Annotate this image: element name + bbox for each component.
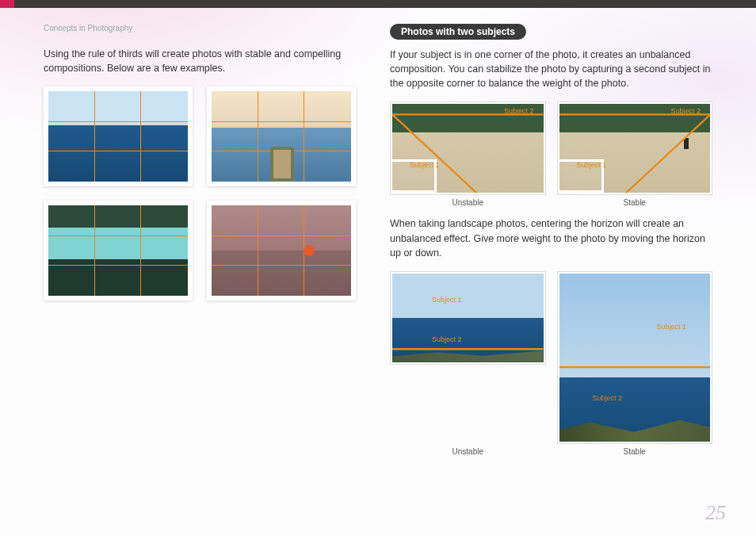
paragraph-1: If your subject is in one corner of the …: [390, 48, 712, 90]
subject-2-label: Subject 2: [432, 335, 462, 343]
horizon-overlay: [559, 274, 711, 425]
svg-line-3: [559, 115, 711, 193]
horizon-overlay: [392, 274, 544, 362]
photo-unstable-1: Subject 2 Subject 1: [390, 101, 546, 195]
diagonal-overlay: [559, 104, 711, 193]
subject-2-label: Subject 2: [593, 394, 623, 402]
subject-2-label: Subject 2: [670, 107, 701, 115]
example-photo-4: [207, 201, 356, 301]
thirds-grid-overlay: [48, 91, 188, 182]
caption-unstable: Unstable: [390, 447, 546, 456]
right-column: Photos with two subjects If your subject…: [390, 24, 712, 461]
top-bar: [0, 0, 756, 8]
subject-1-label: Subject 1: [410, 161, 440, 169]
subject-1-label: Subject 1: [656, 323, 686, 331]
caption-stable: Stable: [557, 198, 713, 207]
photo-unstable-2: Subject 1 Subject 2: [390, 271, 546, 365]
page-number: 25: [705, 501, 726, 525]
diagonal-overlay: [392, 104, 544, 193]
page-content: Concepts in Photography Using the rule o…: [0, 8, 756, 461]
intro-text: Using the rule of thirds will create pho…: [44, 47, 366, 75]
comparison-pair-1: Subject 2 Subject 1 Unstable Subject 2 S…: [390, 101, 712, 207]
comparison-pair-2: Subject 1 Subject 2 Unstable Subject 1 S…: [390, 271, 712, 456]
thirds-grid-overlay: [212, 91, 351, 182]
subject-1-label: Subject 1: [577, 161, 607, 169]
section-heading: Photos with two subjects: [390, 24, 526, 40]
caption-unstable: Unstable: [390, 198, 546, 207]
thirds-grid-overlay: [48, 205, 188, 296]
breadcrumb: Concepts in Photography: [44, 24, 366, 33]
subject-1-label: Subject 1: [432, 296, 462, 304]
subject-2-label: Subject 2: [504, 107, 534, 115]
example-photo-2: [207, 86, 356, 186]
example-grid: [44, 86, 366, 301]
caption-stable: Stable: [557, 447, 713, 456]
left-column: Concepts in Photography Using the rule o…: [44, 24, 366, 461]
svg-line-1: [392, 115, 544, 193]
example-photo-1: [44, 86, 193, 186]
top-bar-accent: [0, 0, 14, 8]
example-photo-3: [44, 201, 193, 301]
thirds-grid-overlay: [212, 205, 351, 296]
photo-stable-1: Subject 2 Subject 1: [557, 101, 713, 195]
paragraph-2: When taking landscape photos, centering …: [390, 216, 712, 259]
photo-stable-2: Subject 1 Subject 2: [557, 271, 713, 444]
